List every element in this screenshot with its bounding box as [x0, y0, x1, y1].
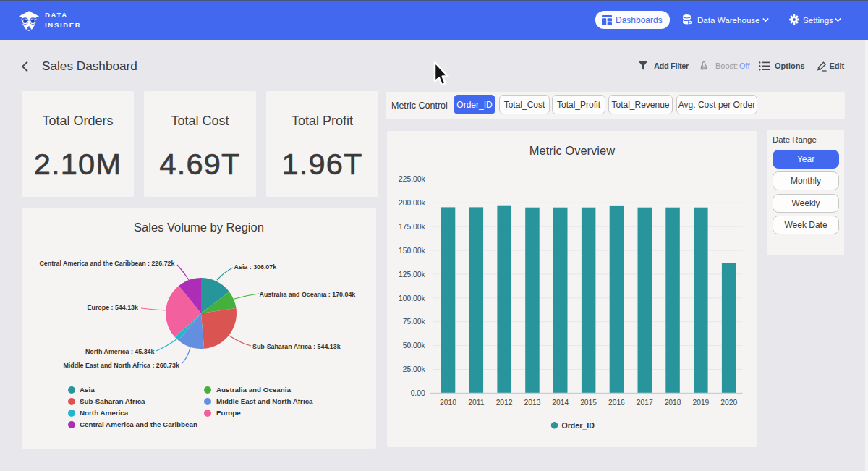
svg-text:200.00k: 200.00k: [399, 199, 425, 207]
svg-text:100.00k: 100.00k: [399, 294, 425, 302]
svg-text:125.00k: 125.00k: [399, 271, 425, 279]
svg-text:2017: 2017: [637, 399, 653, 407]
svg-text:2020: 2020: [720, 399, 737, 407]
svg-text:2018: 2018: [665, 399, 681, 407]
svg-text:175.00k: 175.00k: [399, 223, 425, 231]
svg-text:2011: 2011: [468, 399, 484, 407]
svg-text:2019: 2019: [692, 399, 709, 407]
svg-text:225.00k: 225.00k: [399, 175, 425, 183]
svg-text:150.00k: 150.00k: [399, 247, 425, 255]
svg-text:2016: 2016: [608, 399, 625, 407]
svg-text:2012: 2012: [496, 399, 513, 407]
svg-text:50.00k: 50.00k: [403, 341, 426, 349]
svg-text:2015: 2015: [580, 399, 597, 407]
svg-text:75.00k: 75.00k: [403, 318, 426, 326]
svg-text:0.00: 0.00: [411, 389, 425, 397]
svg-text:Order_ID: Order_ID: [562, 421, 595, 430]
svg-text:25.00k: 25.00k: [403, 365, 426, 373]
svg-text:2013: 2013: [524, 399, 541, 407]
svg-text:2014: 2014: [552, 399, 569, 407]
svg-text:2010: 2010: [440, 399, 456, 407]
